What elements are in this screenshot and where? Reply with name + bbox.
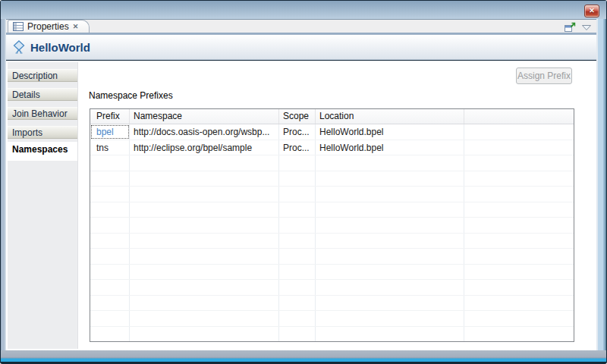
blank-cell [464,140,574,155]
empty-cell [130,296,279,311]
empty-cell [464,187,574,202]
empty-cell [316,280,464,295]
prefix-cell[interactable]: tns [90,140,130,155]
window-frame-left [1,19,6,350]
empty-cell [464,280,574,295]
location-cell[interactable]: HelloWorld.bpel [316,124,464,140]
table-empty-row[interactable] [90,155,574,171]
empty-cell [279,202,316,218]
tab-close-icon[interactable]: ✕ [73,24,79,30]
empty-cell [316,187,464,202]
empty-cell [130,280,279,295]
window-titlebar[interactable] [1,1,606,19]
empty-cell [130,234,279,249]
table-empty-row[interactable] [90,249,574,265]
restore-view-icon[interactable] [564,22,577,33]
empty-cell [90,218,130,233]
empty-cell [90,311,130,326]
table-empty-rows [90,155,574,342]
property-tab-list: Description Details Join Behavior Import… [8,62,78,349]
window-frame-right [596,19,606,350]
empty-cell [130,171,279,187]
sidebar-item-description[interactable]: Description [8,69,77,82]
empty-cell [316,327,464,342]
selection-header: HelloWorld [6,35,596,60]
column-header-prefix[interactable]: Prefix [90,109,130,124]
empty-cell [464,234,574,249]
empty-cell [90,187,130,202]
table-empty-row[interactable] [90,218,574,234]
empty-cell [279,234,316,249]
empty-cell [316,155,464,171]
location-cell[interactable]: HelloWorld.bpel [316,140,464,155]
properties-view-icon [13,22,24,31]
namespace-cell[interactable]: http://docs.oasis-open.org/wsbp... [130,124,279,140]
table-empty-row[interactable] [90,311,574,327]
empty-cell [464,311,574,326]
empty-cell [316,249,464,264]
empty-cell [464,155,574,171]
section-label: Namespace Prefixes [89,89,173,102]
empty-cell [464,218,574,233]
bpel-process-icon [13,40,25,54]
table-empty-row[interactable] [90,171,574,187]
window-close-button[interactable]: ✕ [584,5,599,17]
sidebar-item-details[interactable]: Details [8,88,77,101]
empty-cell [316,218,464,233]
table-empty-row[interactable] [90,202,574,218]
column-header-blank[interactable] [464,109,574,124]
column-header-scope[interactable]: Scope [279,109,316,124]
empty-cell [90,280,130,295]
empty-cell [464,202,574,218]
table-empty-row[interactable] [90,265,574,281]
prefix-cell[interactable]: bpel [90,124,130,140]
empty-cell [464,296,574,311]
empty-cell [130,327,279,342]
empty-cell [279,187,316,202]
assign-prefix-button[interactable]: Assign Prefix [516,67,572,84]
empty-cell [464,327,574,342]
empty-cell [130,155,279,171]
empty-cell [90,296,130,311]
namespace-cell[interactable]: http://eclipse.org/bpel/sample [130,140,279,155]
table-header-row: Prefix Namespace Scope Location [90,109,574,124]
page-title: HelloWorld [30,41,90,54]
scope-cell[interactable]: Proc... [279,124,316,140]
empty-cell [316,296,464,311]
empty-cell [90,249,130,264]
empty-cell [130,249,279,264]
view-tab-bar [6,19,596,33]
empty-cell [316,202,464,218]
table-empty-row[interactable] [90,327,574,343]
empty-cell [279,280,316,295]
empty-cell [279,218,316,233]
column-header-namespace[interactable]: Namespace [130,109,279,124]
empty-cell [90,155,130,171]
table-empty-row[interactable] [90,187,574,202]
tab-properties[interactable]: Properties ✕ [8,20,90,33]
empty-cell [130,187,279,202]
empty-cell [90,202,130,218]
sidebar-item-join-behavior[interactable]: Join Behavior [8,107,77,120]
blank-cell [464,124,574,140]
table-row[interactable]: bpel http://docs.oasis-open.org/wsbp... … [90,124,574,140]
view-menu-chevron-icon[interactable] [581,24,592,31]
empty-cell [130,218,279,233]
empty-cell [90,265,130,280]
empty-cell [130,311,279,326]
table-empty-row[interactable] [90,296,574,312]
table-empty-row[interactable] [90,280,574,296]
scope-cell[interactable]: Proc... [279,140,316,155]
empty-cell [316,311,464,326]
empty-cell [464,249,574,264]
table-row[interactable]: tns http://eclipse.org/bpel/sample Proc.… [90,140,574,156]
tab-label: Properties [27,21,69,32]
view-body: Description Details Join Behavior Import… [6,61,596,350]
column-header-location[interactable]: Location [316,109,464,124]
sidebar-item-namespaces[interactable]: Namespaces [8,142,77,161]
empty-cell [130,265,279,280]
table-empty-row[interactable] [90,234,574,249]
sidebar-item-imports[interactable]: Imports [8,126,77,139]
empty-cell [279,311,316,326]
empty-cell [279,171,316,187]
